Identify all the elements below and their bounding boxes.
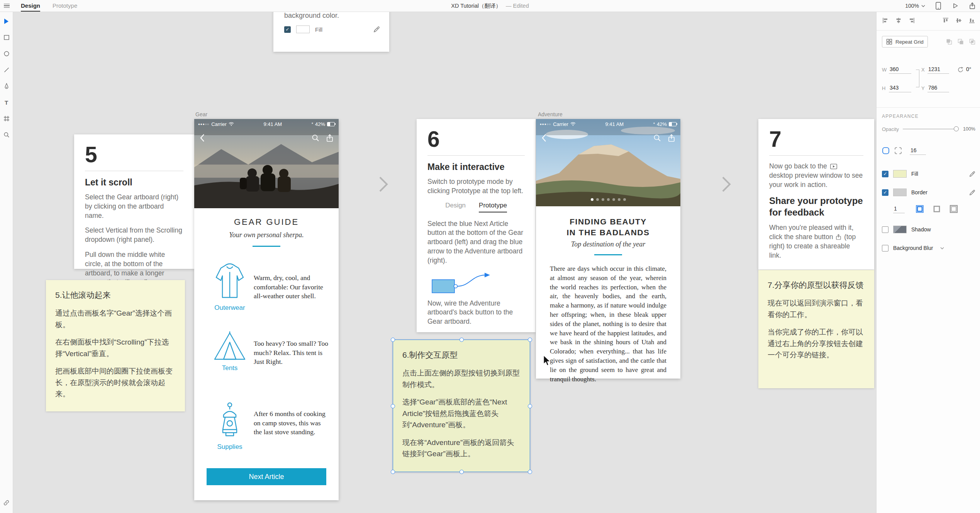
tutorial-card-5[interactable]: 5 Let it scroll Select the Gear artboard… xyxy=(74,134,194,269)
repeat-grid-button[interactable]: Repeat Grid xyxy=(882,36,928,48)
ellipse-tool[interactable] xyxy=(3,50,10,57)
rotation-value[interactable]: 0° xyxy=(965,66,975,73)
fill-swatch[interactable] xyxy=(893,170,907,178)
boolean-intersect-icon[interactable] xyxy=(969,39,975,45)
align-center-horizontal-icon[interactable] xyxy=(895,17,902,24)
uniform-radius-icon[interactable] xyxy=(882,147,890,155)
rotate-icon[interactable] xyxy=(957,66,964,73)
independent-radius-icon[interactable] xyxy=(894,147,902,155)
zoom-tool[interactable] xyxy=(3,131,10,138)
fill-checkbox[interactable]: ✓ xyxy=(882,171,888,177)
select-tool[interactable] xyxy=(3,18,10,25)
back-chevron-icon[interactable] xyxy=(200,134,205,142)
design-canvas[interactable]: background color. ✓ Fill 5 Let it scroll… xyxy=(14,12,877,513)
border-center-align-icon[interactable] xyxy=(933,205,941,213)
selection-handle-e[interactable] xyxy=(528,404,532,408)
linked-assets-button[interactable] xyxy=(3,499,10,506)
demo-tab-design[interactable]: Design xyxy=(445,202,466,212)
fill-row: ✓ Fill xyxy=(882,169,975,178)
border-width-input[interactable]: 1 xyxy=(893,205,905,213)
share-icon[interactable] xyxy=(326,134,333,142)
selection-handle-sw[interactable] xyxy=(391,470,395,474)
eyedropper-icon[interactable] xyxy=(969,189,975,196)
border-outer-align-icon[interactable] xyxy=(949,205,958,213)
background-blur-checkbox[interactable] xyxy=(882,245,888,251)
line-tool[interactable] xyxy=(3,66,10,73)
opacity-slider[interactable] xyxy=(903,129,958,129)
text-tool-glyph: T xyxy=(5,100,8,105)
width-input[interactable]: 360 xyxy=(889,66,911,74)
artboard-name-adventure[interactable]: Adventure xyxy=(538,111,563,117)
selection-handle-s[interactable] xyxy=(459,470,464,474)
tab-prototype[interactable]: Prototype xyxy=(53,0,77,12)
artboard-tool[interactable] xyxy=(3,115,10,122)
device-preview-button[interactable] xyxy=(934,2,942,10)
desktop-preview-button[interactable] xyxy=(951,2,959,10)
align-left-icon[interactable] xyxy=(882,17,889,24)
y-input[interactable]: 786 xyxy=(927,84,949,92)
selection-handle-n[interactable] xyxy=(459,338,464,342)
rectangle-tool[interactable] xyxy=(3,34,10,41)
align-bottom-icon[interactable] xyxy=(968,17,975,24)
teal-divider xyxy=(253,246,280,247)
boolean-subtract-icon[interactable] xyxy=(958,39,964,45)
chevron-down-icon[interactable] xyxy=(940,247,944,250)
align-top-icon[interactable] xyxy=(942,17,949,24)
tab-design[interactable]: Design xyxy=(21,0,40,12)
border-swatch[interactable] xyxy=(893,189,907,196)
boolean-add-icon[interactable] xyxy=(946,39,952,45)
x-input[interactable]: 1231 xyxy=(927,66,949,74)
tutorial-card-7[interactable]: 7 Now go back to the desktop preview win… xyxy=(758,119,874,270)
main-menu-button[interactable] xyxy=(0,0,13,12)
shadow-swatch[interactable] xyxy=(893,226,907,233)
photo-carousel-dots[interactable] xyxy=(536,198,680,201)
back-chevron-icon[interactable] xyxy=(541,134,546,142)
gear-section-name[interactable]: Supplies xyxy=(217,443,242,451)
fill-color-swatch[interactable] xyxy=(296,25,310,33)
sticky-note-6-selected[interactable]: 6.制作交互原型 点击上面左侧的原型按钮切换到原型制作模式。 选择“Gear”画… xyxy=(393,340,530,472)
selection-handle-nw[interactable] xyxy=(391,338,395,342)
scroll-right-chevron[interactable] xyxy=(721,176,732,193)
share-button[interactable] xyxy=(968,2,976,10)
gear-section-text: Warm, dry, cool, and comfortable: Our fa… xyxy=(254,260,330,312)
artboard-name-gear[interactable]: Gear xyxy=(195,111,207,117)
artboard-adventure[interactable]: ●●●○○ Carrier 9:41 AM * 42% xyxy=(536,119,680,379)
selection-handle-se[interactable] xyxy=(528,470,532,474)
demo-tab-prototype[interactable]: Prototype xyxy=(479,202,507,212)
next-article-button[interactable]: Next Article xyxy=(207,468,326,485)
share-icon[interactable] xyxy=(668,134,675,142)
share-icon xyxy=(969,2,975,9)
gear-guide-title: GEAR GUIDE xyxy=(194,217,339,227)
eyedropper-icon[interactable] xyxy=(373,26,380,33)
corner-radius-input[interactable]: 16 xyxy=(910,147,926,155)
search-icon[interactable] xyxy=(653,134,661,142)
tutorial-card-6[interactable]: 6 Make it interactive Switch to prototyp… xyxy=(417,119,536,332)
selection-handle-w[interactable] xyxy=(391,404,395,408)
opacity-slider-knob[interactable] xyxy=(954,126,959,131)
align-right-icon[interactable] xyxy=(908,17,915,24)
scroll-right-chevron[interactable] xyxy=(378,176,389,193)
artboard-gear[interactable]: ●●●○○ Carrier 9:41 AM * 42% GEAR GUID xyxy=(194,119,339,500)
height-input[interactable]: 343 xyxy=(889,84,911,92)
text-tool[interactable]: T xyxy=(3,99,10,106)
top-bar: Design Prototype XD Tutorial（翻译） — Edite… xyxy=(0,0,980,12)
zoom-level-dropdown[interactable]: 100% xyxy=(905,3,925,9)
tutorial-card-4-partial[interactable]: background color. ✓ Fill xyxy=(273,12,389,52)
border-checkbox[interactable]: ✓ xyxy=(882,189,888,196)
gear-section-name[interactable]: Outerwear xyxy=(214,304,245,312)
search-icon[interactable] xyxy=(312,134,319,142)
battery-icon xyxy=(669,122,677,126)
gear-section-name[interactable]: Tents xyxy=(222,364,238,372)
align-middle-vertical-icon[interactable] xyxy=(955,17,962,24)
fill-checkbox[interactable]: ✓ xyxy=(284,26,291,33)
pen-tool[interactable] xyxy=(3,83,10,90)
sticky-note-5[interactable]: 5.让他滚动起来 通过点击画板名字“Gear”选择这个画板。 在右侧面板中找到“… xyxy=(46,280,185,411)
appearance-header: APPEARANCE xyxy=(882,114,975,119)
gear-nav-row xyxy=(194,134,339,142)
border-inner-align-icon[interactable] xyxy=(916,205,924,213)
eyedropper-icon[interactable] xyxy=(969,171,975,177)
selection-handle-ne[interactable] xyxy=(528,338,532,342)
fill-label: Fill xyxy=(911,171,918,177)
shadow-checkbox[interactable] xyxy=(882,226,888,233)
sticky-note-7[interactable]: 7.分享你的原型以获得反馈 现在可以返回到演示窗口，看看你的工作。 当你完成了你… xyxy=(758,270,874,388)
